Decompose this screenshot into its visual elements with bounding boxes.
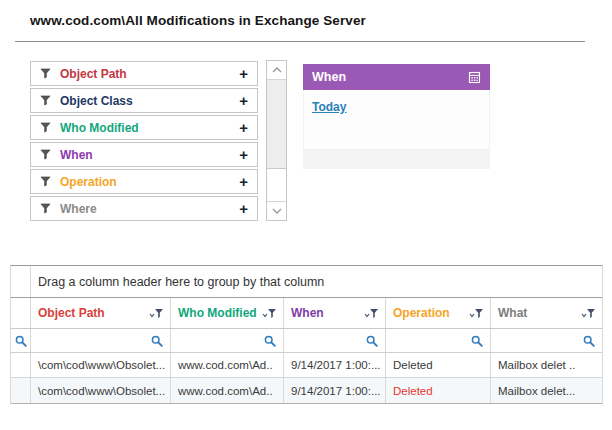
title-divider: [15, 41, 585, 42]
report-window: www.cod.com\All Modifications in Exchang…: [0, 0, 612, 430]
when-panel-body: Today: [303, 90, 490, 150]
cell-operation[interactable]: Deleted: [386, 378, 491, 403]
cell-when[interactable]: 9/14/2017 1:00:...: [284, 378, 386, 403]
cell-who-modified[interactable]: www.cod.com\Ad..: [171, 378, 284, 403]
chevron-up-icon: [271, 66, 283, 74]
filter-cell-what[interactable]: [491, 329, 602, 352]
column-filter-icon[interactable]: [581, 308, 596, 319]
filter-category-list: Object Path + Object Class + Who Modifie…: [30, 61, 258, 223]
cell-object-path[interactable]: \com\cod\www\Obsolet...: [31, 353, 171, 377]
today-link[interactable]: Today: [312, 100, 346, 114]
search-icon[interactable]: [151, 335, 163, 347]
funnel-filter-icon: [40, 68, 51, 79]
column-filter-icon[interactable]: [364, 308, 379, 319]
vertical-scrollbar[interactable]: [266, 60, 287, 221]
filter-item-who-modified[interactable]: Who Modified +: [30, 115, 258, 140]
column-label: Object Path: [38, 306, 149, 320]
search-icon[interactable]: [366, 335, 378, 347]
grid-filter-row: [11, 329, 602, 353]
filter-item-label: Where: [60, 202, 239, 216]
cell-who-modified[interactable]: www.cod.com\Ad..: [171, 353, 284, 377]
column-label: Who Modified: [178, 306, 262, 320]
column-header-operation[interactable]: Operation: [386, 298, 491, 328]
row-indicator-cell: [11, 266, 31, 297]
row-indicator-cell: [11, 378, 31, 403]
scrollbar-thumb[interactable]: [267, 80, 286, 169]
filter-row-indicator: [11, 329, 31, 352]
group-by-panel[interactable]: Drag a column header here to group by th…: [11, 266, 602, 298]
add-filter-button[interactable]: +: [239, 66, 248, 81]
funnel-filter-icon: [40, 95, 51, 106]
add-filter-button[interactable]: +: [239, 174, 248, 189]
add-filter-button[interactable]: +: [239, 201, 248, 216]
when-filter-panel: When Today: [303, 64, 490, 169]
column-label: When: [291, 306, 364, 320]
funnel-filter-icon: [40, 203, 51, 214]
calendar-grid-icon[interactable]: [468, 71, 481, 84]
row-indicator-header: [11, 298, 31, 328]
filter-item-label: Who Modified: [60, 121, 239, 135]
chevron-down-icon: [271, 207, 283, 215]
search-icon[interactable]: [471, 335, 483, 347]
filter-item-label: Object Class: [60, 94, 239, 108]
add-filter-button[interactable]: +: [239, 147, 248, 162]
funnel-filter-icon: [40, 176, 51, 187]
table-row[interactable]: \com\cod\www\Obsolet... www.cod.com\Ad..…: [11, 378, 602, 403]
filter-item-operation[interactable]: Operation +: [30, 169, 258, 194]
when-panel-title: When: [312, 70, 346, 84]
add-filter-button[interactable]: +: [239, 93, 248, 108]
filter-cell-operation[interactable]: [386, 329, 491, 352]
cell-what[interactable]: Mailbox delet ..: [491, 353, 602, 377]
column-filter-icon[interactable]: [262, 308, 277, 319]
filter-cell-who-modified[interactable]: [171, 329, 284, 352]
column-label: What: [498, 306, 581, 320]
filter-item-object-class[interactable]: Object Class +: [30, 88, 258, 113]
column-header-object-path[interactable]: Object Path: [31, 298, 171, 328]
search-icon[interactable]: [15, 335, 27, 347]
page-title: www.cod.com\All Modifications in Exchang…: [30, 13, 366, 28]
funnel-filter-icon: [40, 122, 51, 133]
grid-header-row: Object Path Who Modified When Operation: [11, 298, 602, 329]
scroll-up-button[interactable]: [267, 61, 286, 80]
cell-operation[interactable]: Deleted: [386, 353, 491, 377]
search-icon[interactable]: [264, 335, 276, 347]
filter-item-object-path[interactable]: Object Path +: [30, 61, 258, 86]
filter-item-label: Operation: [60, 175, 239, 189]
column-header-who-modified[interactable]: Who Modified: [171, 298, 284, 328]
cell-when[interactable]: 9/14/2017 1:00:...: [284, 353, 386, 377]
add-filter-button[interactable]: +: [239, 120, 248, 135]
column-filter-icon[interactable]: [149, 308, 164, 319]
filter-item-when[interactable]: When +: [30, 142, 258, 167]
column-filter-icon[interactable]: [469, 308, 484, 319]
cell-object-path[interactable]: \com\cod\www\Obsolet...: [31, 378, 171, 403]
when-panel-header: When: [303, 64, 490, 90]
row-indicator-cell: [11, 353, 31, 377]
search-icon[interactable]: [583, 335, 595, 347]
column-header-what[interactable]: What: [491, 298, 602, 328]
filter-item-where[interactable]: Where +: [30, 196, 258, 221]
group-by-hint: Drag a column header here to group by th…: [31, 266, 602, 297]
column-header-when[interactable]: When: [284, 298, 386, 328]
table-row[interactable]: \com\cod\www\Obsolet... www.cod.com\Ad..…: [11, 353, 602, 378]
filter-cell-object-path[interactable]: [31, 329, 171, 352]
funnel-filter-icon: [40, 149, 51, 160]
filter-cell-when[interactable]: [284, 329, 386, 352]
filter-item-label: When: [60, 148, 239, 162]
cell-what[interactable]: Mailbox delet...: [491, 378, 602, 403]
audit-grid: Drag a column header here to group by th…: [10, 265, 603, 404]
column-label: Operation: [393, 306, 469, 320]
when-panel-footer: [303, 150, 490, 169]
filter-item-label: Object Path: [60, 67, 239, 81]
scroll-down-button[interactable]: [267, 201, 286, 220]
